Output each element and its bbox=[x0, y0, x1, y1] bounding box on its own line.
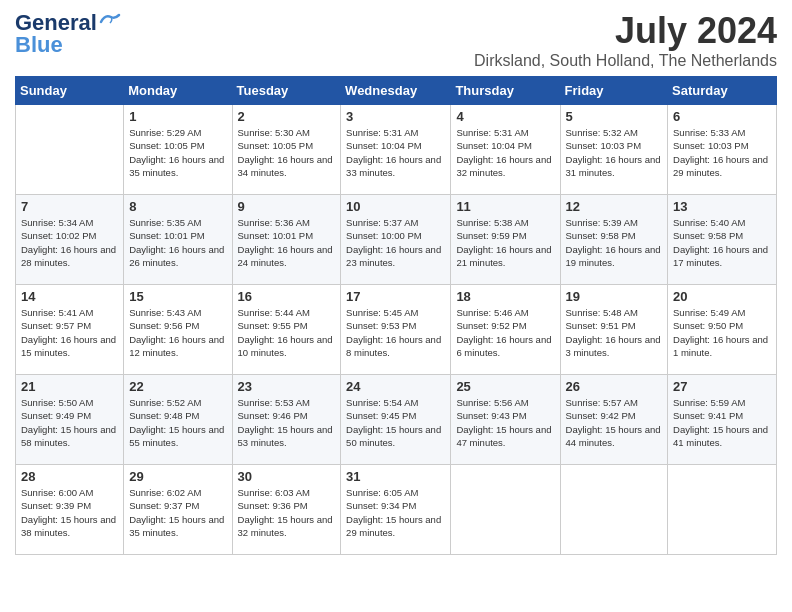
calendar-cell bbox=[560, 465, 668, 555]
day-info: Sunrise: 5:50 AM Sunset: 9:49 PM Dayligh… bbox=[21, 396, 118, 449]
weekday-header-thursday: Thursday bbox=[451, 77, 560, 105]
header-row: SundayMondayTuesdayWednesdayThursdayFrid… bbox=[16, 77, 777, 105]
day-number: 7 bbox=[21, 199, 118, 214]
calendar-cell: 1Sunrise: 5:29 AM Sunset: 10:05 PM Dayli… bbox=[124, 105, 232, 195]
week-row-1: 1Sunrise: 5:29 AM Sunset: 10:05 PM Dayli… bbox=[16, 105, 777, 195]
calendar-cell bbox=[451, 465, 560, 555]
day-info: Sunrise: 5:31 AM Sunset: 10:04 PM Daylig… bbox=[456, 126, 554, 179]
calendar-cell: 10Sunrise: 5:37 AM Sunset: 10:00 PM Dayl… bbox=[341, 195, 451, 285]
day-number: 1 bbox=[129, 109, 226, 124]
calendar-cell: 6Sunrise: 5:33 AM Sunset: 10:03 PM Dayli… bbox=[668, 105, 777, 195]
calendar-cell bbox=[668, 465, 777, 555]
day-number: 27 bbox=[673, 379, 771, 394]
day-info: Sunrise: 5:35 AM Sunset: 10:01 PM Daylig… bbox=[129, 216, 226, 269]
day-number: 11 bbox=[456, 199, 554, 214]
day-number: 12 bbox=[566, 199, 663, 214]
day-info: Sunrise: 5:43 AM Sunset: 9:56 PM Dayligh… bbox=[129, 306, 226, 359]
calendar-cell: 24Sunrise: 5:54 AM Sunset: 9:45 PM Dayli… bbox=[341, 375, 451, 465]
title-area: July 2024 Dirksland, South Holland, The … bbox=[474, 10, 777, 70]
location-title: Dirksland, South Holland, The Netherland… bbox=[474, 52, 777, 70]
page-header: General Blue July 2024 Dirksland, South … bbox=[15, 10, 777, 70]
calendar-cell: 15Sunrise: 5:43 AM Sunset: 9:56 PM Dayli… bbox=[124, 285, 232, 375]
logo: General Blue bbox=[15, 10, 121, 58]
day-info: Sunrise: 5:40 AM Sunset: 9:58 PM Dayligh… bbox=[673, 216, 771, 269]
day-info: Sunrise: 5:34 AM Sunset: 10:02 PM Daylig… bbox=[21, 216, 118, 269]
calendar-cell: 16Sunrise: 5:44 AM Sunset: 9:55 PM Dayli… bbox=[232, 285, 341, 375]
week-row-2: 7Sunrise: 5:34 AM Sunset: 10:02 PM Dayli… bbox=[16, 195, 777, 285]
day-number: 14 bbox=[21, 289, 118, 304]
day-number: 4 bbox=[456, 109, 554, 124]
day-info: Sunrise: 5:59 AM Sunset: 9:41 PM Dayligh… bbox=[673, 396, 771, 449]
calendar-cell bbox=[16, 105, 124, 195]
day-info: Sunrise: 6:02 AM Sunset: 9:37 PM Dayligh… bbox=[129, 486, 226, 539]
day-number: 16 bbox=[238, 289, 336, 304]
day-info: Sunrise: 6:05 AM Sunset: 9:34 PM Dayligh… bbox=[346, 486, 445, 539]
day-info: Sunrise: 5:41 AM Sunset: 9:57 PM Dayligh… bbox=[21, 306, 118, 359]
day-info: Sunrise: 6:03 AM Sunset: 9:36 PM Dayligh… bbox=[238, 486, 336, 539]
day-info: Sunrise: 5:30 AM Sunset: 10:05 PM Daylig… bbox=[238, 126, 336, 179]
day-number: 18 bbox=[456, 289, 554, 304]
calendar-cell: 29Sunrise: 6:02 AM Sunset: 9:37 PM Dayli… bbox=[124, 465, 232, 555]
day-number: 23 bbox=[238, 379, 336, 394]
calendar-cell: 26Sunrise: 5:57 AM Sunset: 9:42 PM Dayli… bbox=[560, 375, 668, 465]
day-info: Sunrise: 5:52 AM Sunset: 9:48 PM Dayligh… bbox=[129, 396, 226, 449]
calendar-cell: 11Sunrise: 5:38 AM Sunset: 9:59 PM Dayli… bbox=[451, 195, 560, 285]
day-info: Sunrise: 5:31 AM Sunset: 10:04 PM Daylig… bbox=[346, 126, 445, 179]
calendar-cell: 7Sunrise: 5:34 AM Sunset: 10:02 PM Dayli… bbox=[16, 195, 124, 285]
weekday-header-friday: Friday bbox=[560, 77, 668, 105]
calendar-cell: 12Sunrise: 5:39 AM Sunset: 9:58 PM Dayli… bbox=[560, 195, 668, 285]
calendar-cell: 17Sunrise: 5:45 AM Sunset: 9:53 PM Dayli… bbox=[341, 285, 451, 375]
calendar-cell: 22Sunrise: 5:52 AM Sunset: 9:48 PM Dayli… bbox=[124, 375, 232, 465]
calendar-cell: 2Sunrise: 5:30 AM Sunset: 10:05 PM Dayli… bbox=[232, 105, 341, 195]
calendar-cell: 3Sunrise: 5:31 AM Sunset: 10:04 PM Dayli… bbox=[341, 105, 451, 195]
calendar-cell: 14Sunrise: 5:41 AM Sunset: 9:57 PM Dayli… bbox=[16, 285, 124, 375]
day-info: Sunrise: 5:56 AM Sunset: 9:43 PM Dayligh… bbox=[456, 396, 554, 449]
day-info: Sunrise: 5:32 AM Sunset: 10:03 PM Daylig… bbox=[566, 126, 663, 179]
calendar-cell: 28Sunrise: 6:00 AM Sunset: 9:39 PM Dayli… bbox=[16, 465, 124, 555]
day-info: Sunrise: 5:46 AM Sunset: 9:52 PM Dayligh… bbox=[456, 306, 554, 359]
day-info: Sunrise: 5:39 AM Sunset: 9:58 PM Dayligh… bbox=[566, 216, 663, 269]
calendar-table: SundayMondayTuesdayWednesdayThursdayFrid… bbox=[15, 76, 777, 555]
weekday-header-monday: Monday bbox=[124, 77, 232, 105]
calendar-cell: 23Sunrise: 5:53 AM Sunset: 9:46 PM Dayli… bbox=[232, 375, 341, 465]
calendar-cell: 25Sunrise: 5:56 AM Sunset: 9:43 PM Dayli… bbox=[451, 375, 560, 465]
calendar-cell: 19Sunrise: 5:48 AM Sunset: 9:51 PM Dayli… bbox=[560, 285, 668, 375]
calendar-cell: 8Sunrise: 5:35 AM Sunset: 10:01 PM Dayli… bbox=[124, 195, 232, 285]
day-info: Sunrise: 5:38 AM Sunset: 9:59 PM Dayligh… bbox=[456, 216, 554, 269]
day-number: 31 bbox=[346, 469, 445, 484]
weekday-header-wednesday: Wednesday bbox=[341, 77, 451, 105]
calendar-cell: 4Sunrise: 5:31 AM Sunset: 10:04 PM Dayli… bbox=[451, 105, 560, 195]
weekday-header-sunday: Sunday bbox=[16, 77, 124, 105]
calendar-cell: 31Sunrise: 6:05 AM Sunset: 9:34 PM Dayli… bbox=[341, 465, 451, 555]
day-info: Sunrise: 5:37 AM Sunset: 10:00 PM Daylig… bbox=[346, 216, 445, 269]
day-number: 20 bbox=[673, 289, 771, 304]
day-info: Sunrise: 5:54 AM Sunset: 9:45 PM Dayligh… bbox=[346, 396, 445, 449]
day-number: 10 bbox=[346, 199, 445, 214]
day-number: 22 bbox=[129, 379, 226, 394]
day-number: 17 bbox=[346, 289, 445, 304]
day-number: 2 bbox=[238, 109, 336, 124]
day-number: 28 bbox=[21, 469, 118, 484]
day-number: 29 bbox=[129, 469, 226, 484]
day-number: 9 bbox=[238, 199, 336, 214]
logo-bird-icon bbox=[99, 12, 121, 30]
day-info: Sunrise: 5:44 AM Sunset: 9:55 PM Dayligh… bbox=[238, 306, 336, 359]
day-info: Sunrise: 5:48 AM Sunset: 9:51 PM Dayligh… bbox=[566, 306, 663, 359]
calendar-cell: 18Sunrise: 5:46 AM Sunset: 9:52 PM Dayli… bbox=[451, 285, 560, 375]
day-info: Sunrise: 5:53 AM Sunset: 9:46 PM Dayligh… bbox=[238, 396, 336, 449]
day-info: Sunrise: 5:29 AM Sunset: 10:05 PM Daylig… bbox=[129, 126, 226, 179]
day-info: Sunrise: 5:45 AM Sunset: 9:53 PM Dayligh… bbox=[346, 306, 445, 359]
day-number: 5 bbox=[566, 109, 663, 124]
day-number: 30 bbox=[238, 469, 336, 484]
day-number: 26 bbox=[566, 379, 663, 394]
day-number: 21 bbox=[21, 379, 118, 394]
day-info: Sunrise: 6:00 AM Sunset: 9:39 PM Dayligh… bbox=[21, 486, 118, 539]
calendar-cell: 5Sunrise: 5:32 AM Sunset: 10:03 PM Dayli… bbox=[560, 105, 668, 195]
day-number: 15 bbox=[129, 289, 226, 304]
calendar-cell: 13Sunrise: 5:40 AM Sunset: 9:58 PM Dayli… bbox=[668, 195, 777, 285]
day-number: 8 bbox=[129, 199, 226, 214]
day-number: 13 bbox=[673, 199, 771, 214]
day-number: 25 bbox=[456, 379, 554, 394]
day-number: 19 bbox=[566, 289, 663, 304]
calendar-cell: 20Sunrise: 5:49 AM Sunset: 9:50 PM Dayli… bbox=[668, 285, 777, 375]
